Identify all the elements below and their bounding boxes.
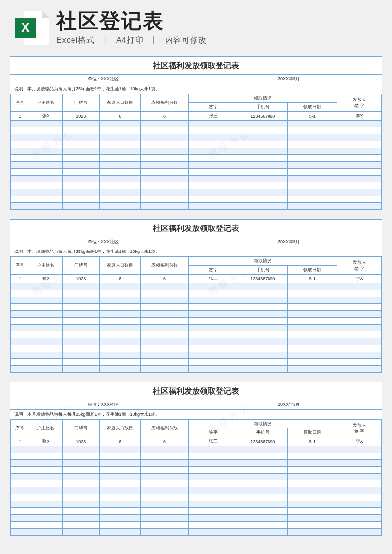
table-row	[11, 148, 382, 155]
cell-qty: 6	[140, 112, 188, 121]
cell-sign: 张三	[189, 112, 238, 121]
table-row	[11, 529, 382, 535]
table-row	[11, 480, 382, 487]
table-row	[11, 304, 382, 311]
note-row: 说明：本月发放物品为每人每月25kg面粉1带，花生油1桶，10kg大米1袋。	[10, 247, 382, 257]
col-header: 应领福利份数	[140, 94, 188, 112]
table-row: 1张X102366张三12345678905-1李X	[11, 275, 382, 283]
cell-seq: 1	[11, 275, 29, 283]
meta-row: 单位：XXX社区20XX年5月	[10, 237, 382, 247]
cell-phone: 1234567890	[238, 112, 288, 121]
date-label: 20XX年5月	[196, 400, 382, 409]
page-header: X 社区登记表 Excel格式 丨 A4打印 丨 内容可修改	[0, 0, 392, 50]
col-header: 手机号	[238, 103, 288, 112]
col-header: 发放人签 字	[337, 94, 382, 112]
table-row	[11, 338, 382, 345]
unit-label: 单位：XXX社区	[10, 400, 196, 409]
table-row	[11, 189, 382, 196]
cell-sign: 张三	[189, 437, 238, 446]
cell-pop: 6	[99, 112, 140, 121]
col-header: 领取情况	[189, 257, 337, 266]
sub-editable: 内容可修改	[165, 36, 207, 44]
col-header: 门牌号	[62, 94, 99, 112]
note-row: 说明：本月发放物品为每人每月25kg面粉1带，花生油1桶，10kg大米1袋。	[10, 410, 382, 420]
table-row	[11, 474, 382, 480]
table-row	[11, 141, 382, 148]
table-row	[11, 453, 382, 460]
col-header: 序号	[11, 420, 29, 437]
cell-rdate: 5-1	[288, 275, 337, 283]
sub-format: Excel格式	[56, 36, 95, 44]
col-header: 门牌号	[62, 420, 99, 437]
table-row	[11, 359, 382, 366]
col-header: 应领福利份数	[140, 257, 188, 275]
table-row	[11, 155, 382, 162]
col-header: 领取日期	[288, 266, 337, 275]
col-header: 手机号	[238, 266, 288, 275]
table-row	[11, 515, 382, 522]
table-row	[11, 318, 382, 325]
table-row	[11, 494, 382, 501]
cell-seq: 1	[11, 437, 29, 446]
table-row	[11, 297, 382, 304]
meta-row: 单位：XXX社区20XX年5月	[10, 400, 382, 410]
registration-sheet: 社区福利发放领取登记表单位：XXX社区20XX年5月说明：本月发放物品为每人每月…	[10, 56, 382, 210]
page-subtitle: Excel格式 丨 A4打印 丨 内容可修改	[56, 35, 377, 46]
col-header: 领取日期	[288, 103, 337, 112]
col-header: 发放人签 字	[337, 420, 382, 437]
date-label: 20XX年5月	[196, 75, 382, 84]
cell-issuer: 李X	[337, 275, 382, 283]
table-row	[11, 366, 382, 373]
table-row	[11, 522, 382, 529]
col-header: 领取情况	[189, 94, 337, 103]
col-header: 门牌号	[62, 257, 99, 275]
cell-rdate: 5-1	[288, 437, 337, 446]
col-header: 家庭人口数目	[99, 257, 140, 275]
table-row	[11, 127, 382, 134]
table-row	[11, 487, 382, 494]
col-header: 户主姓名	[29, 257, 62, 275]
cell-door: 1023	[62, 112, 99, 121]
page-title: 社区登记表	[56, 10, 377, 32]
table-row	[11, 162, 382, 169]
table-row: 1张X102366张三12345678905-1李X	[11, 437, 382, 446]
sheet-title: 社区福利发放领取登记表	[10, 220, 382, 237]
table-row	[11, 467, 382, 474]
table-row	[11, 290, 382, 297]
col-header: 家庭人口数目	[99, 94, 140, 112]
cell-door: 1023	[62, 275, 99, 283]
date-label: 20XX年5月	[196, 237, 382, 247]
table-row: 1张X102366张三12345678905-1李X	[11, 112, 382, 121]
unit-label: 单位：XXX社区	[10, 237, 196, 247]
table-row	[11, 508, 382, 515]
data-table: 序号户主姓名门牌号家庭人口数目应领福利份数领取情况发放人签 字签字手机号领取日期…	[10, 94, 382, 210]
cell-issuer: 李X	[337, 112, 382, 121]
table-row	[11, 283, 382, 290]
col-header: 序号	[11, 94, 29, 112]
sheet-area: 社区福利发放领取登记表单位：XXX社区20XX年5月说明：本月发放物品为每人每月…	[10, 56, 382, 536]
excel-icon-letter: X	[15, 18, 36, 38]
unit-label: 单位：XXX社区	[10, 75, 196, 84]
sub-print: A4打印	[116, 36, 144, 44]
col-header: 手机号	[238, 428, 288, 437]
col-header: 发放人签 字	[337, 257, 382, 275]
cell-issuer: 李X	[337, 437, 382, 446]
col-header: 户主姓名	[29, 420, 62, 437]
cell-phone: 1234567890	[238, 275, 288, 283]
col-header: 序号	[11, 257, 29, 275]
cell-sign: 张三	[189, 275, 238, 283]
col-header: 签字	[189, 266, 238, 275]
cell-rdate: 5-1	[288, 112, 337, 121]
cell-owner: 张X	[29, 437, 62, 446]
table-row	[11, 311, 382, 318]
registration-sheet: 社区福利发放领取登记表单位：XXX社区20XX年5月说明：本月发放物品为每人每月…	[10, 382, 382, 536]
data-table: 序号户主姓名门牌号家庭人口数目应领福利份数领取情况发放人签 字签字手机号领取日期…	[10, 257, 382, 373]
table-row	[11, 121, 382, 127]
table-row	[11, 331, 382, 338]
note-row: 说明：本月发放物品为每人每月25kg面粉1带，花生油1桶，10kg大米1袋。	[10, 84, 382, 94]
table-row	[11, 325, 382, 331]
table-row	[11, 134, 382, 141]
cell-seq: 1	[11, 112, 29, 121]
table-row	[11, 345, 382, 352]
sheet-title: 社区福利发放领取登记表	[10, 57, 382, 75]
